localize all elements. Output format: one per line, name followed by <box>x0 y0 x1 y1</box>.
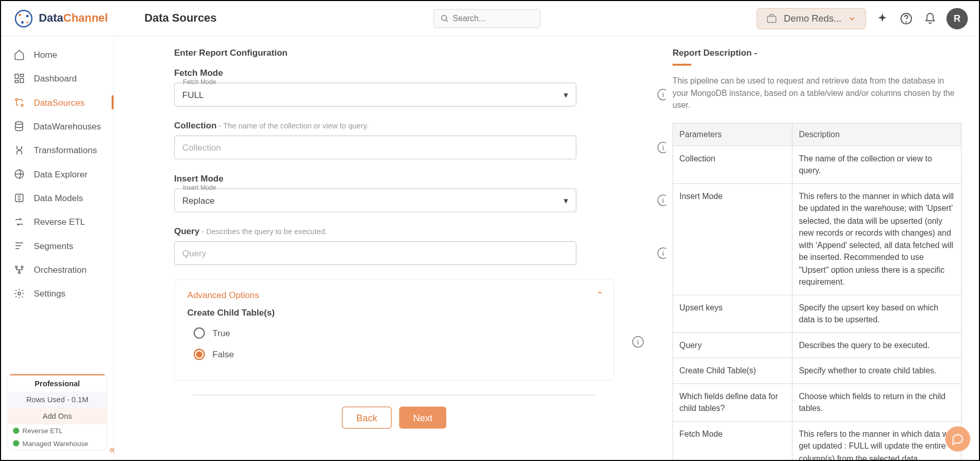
param-desc: This refers to the manner in which data … <box>792 421 961 461</box>
param-desc: The name of the collection or view to qu… <box>792 146 961 184</box>
help-icon <box>900 12 913 24</box>
radio-icon <box>193 349 205 360</box>
svg-point-21 <box>19 272 21 274</box>
radio-false[interactable]: False <box>193 349 601 360</box>
search-input[interactable] <box>453 13 533 23</box>
info-icon[interactable]: i <box>632 336 644 348</box>
app-logo[interactable]: DataChannel <box>13 8 127 28</box>
fetch-mode-select[interactable]: FULL ▾ <box>174 83 577 107</box>
svg-point-3 <box>21 21 24 23</box>
table-header: Parameters <box>673 123 792 146</box>
info-icon[interactable]: i <box>657 248 666 259</box>
underline <box>672 64 691 66</box>
sidebar-item-orchestration[interactable]: Orchestration <box>1 258 113 282</box>
svg-point-0 <box>15 10 32 27</box>
param-desc: Specify the upsert key based on which da… <box>792 295 961 333</box>
advanced-options-panel: Advanced Options ⌃ Create Child Table(s)… <box>174 279 614 381</box>
advanced-options-title[interactable]: Advanced Options <box>187 290 601 300</box>
plan-addons-title: Add Ons <box>8 408 107 424</box>
svg-rect-13 <box>15 80 18 83</box>
app-header: DataChannel Data Sources Demo Reds... R <box>1 1 980 36</box>
insert-mode-select[interactable]: Replace ▾ <box>174 189 577 212</box>
sidebar-item-label: Data Explorer <box>33 169 87 179</box>
divider <box>193 395 595 396</box>
query-input[interactable] <box>174 241 577 265</box>
param-name: Upsert keys <box>673 295 792 333</box>
info-icon[interactable]: i <box>657 89 666 101</box>
sidebar-item-datawarehouses[interactable]: DataWarehouses <box>1 114 113 138</box>
table-row: Upsert keysSpecify the upsert key based … <box>673 295 961 333</box>
sidebar: Home Dashboard DataSources DataWarehouse… <box>1 36 114 461</box>
svg-point-2 <box>26 14 29 17</box>
radio-true[interactable]: True <box>193 327 601 339</box>
svg-rect-7 <box>768 16 776 22</box>
chat-button[interactable] <box>945 426 970 452</box>
global-search[interactable] <box>433 9 540 28</box>
description-text: This pipeline can be used to request and… <box>672 75 961 111</box>
svg-point-20 <box>21 266 23 268</box>
svg-rect-12 <box>20 78 23 83</box>
workspace-selector[interactable]: Demo Reds... <box>757 8 866 29</box>
svg-point-15 <box>21 104 23 106</box>
datasource-icon <box>13 96 25 108</box>
sidebar-item-datamodels[interactable]: Data Models <box>1 186 113 210</box>
logo-icon <box>13 8 33 28</box>
fetch-mode-label: Fetch Mode <box>174 68 648 78</box>
caret-down-icon: ▾ <box>564 90 568 100</box>
sidebar-item-dashboard[interactable]: Dashboard <box>1 67 113 90</box>
child-table-label: Create Child Table(s) <box>187 307 601 318</box>
logo-text: DataChannel <box>39 12 108 25</box>
segments-icon <box>13 240 25 252</box>
settings-icon <box>13 288 25 299</box>
radio-icon <box>193 327 205 339</box>
info-icon[interactable]: i <box>657 142 666 153</box>
sidebar-item-settings[interactable]: Settings <box>1 282 113 305</box>
table-row: CollectionThe name of the collection or … <box>673 146 961 184</box>
notifications-button[interactable] <box>923 11 938 26</box>
briefcase-icon <box>766 13 778 24</box>
param-desc: Choose which fields to return in the chi… <box>792 384 961 421</box>
sidebar-item-label: Settings <box>33 289 65 299</box>
svg-point-1 <box>19 13 21 16</box>
sidebar-item-datasources[interactable]: DataSources <box>1 90 113 114</box>
sidebar-item-label: Reverse ETL <box>33 217 85 227</box>
help-button[interactable] <box>899 11 914 26</box>
fetch-mode-float: Fetch Mode <box>181 78 217 85</box>
info-icon[interactable]: i <box>657 195 666 206</box>
collection-input[interactable] <box>174 136 577 159</box>
plan-addon: Reverse ETL <box>8 424 107 437</box>
chevron-down-icon <box>848 14 856 23</box>
orchestration-icon <box>13 264 25 275</box>
param-name: Fetch Mode <box>673 421 792 461</box>
sidebar-item-reverseetl[interactable]: Reverse ETL <box>1 210 113 234</box>
sparkle-button[interactable] <box>875 11 890 26</box>
sidebar-item-label: Home <box>33 50 57 60</box>
bell-icon <box>924 12 936 24</box>
sidebar-item-label: DataWarehouses <box>33 121 101 131</box>
models-icon <box>13 192 25 204</box>
sidebar-item-label: Orchestration <box>33 265 87 275</box>
chevron-up-icon[interactable]: ⌃ <box>596 290 603 300</box>
sidebar-item-dataexplorer[interactable]: Data Explorer <box>1 162 113 186</box>
sidebar-item-segments[interactable]: Segments <box>1 234 113 257</box>
param-name: Create Child Table(s) <box>673 358 792 383</box>
svg-line-6 <box>446 20 448 22</box>
sidebar-item-label: Dashboard <box>33 73 77 84</box>
svg-rect-10 <box>15 74 18 78</box>
user-avatar[interactable]: R <box>947 8 968 29</box>
check-icon <box>13 427 19 434</box>
param-desc: Describes the query to be executed. <box>792 333 961 358</box>
svg-point-9 <box>906 21 906 22</box>
next-button[interactable]: Next <box>399 407 446 429</box>
sidebar-item-transformations[interactable]: Transformations <box>1 138 113 162</box>
param-name: Which fields define data for child table… <box>673 384 792 421</box>
fetch-mode-value: FULL <box>182 90 204 100</box>
insert-mode-float: Insert Mode <box>181 184 217 191</box>
param-name: Insert Mode <box>673 184 792 295</box>
sidebar-item-home[interactable]: Home <box>1 43 113 67</box>
radio-label: True <box>212 328 230 338</box>
section-title: Enter Report Configuration <box>174 47 648 58</box>
back-button[interactable]: Back <box>342 407 392 429</box>
chat-icon <box>952 433 964 445</box>
table-header: Description <box>792 123 961 146</box>
